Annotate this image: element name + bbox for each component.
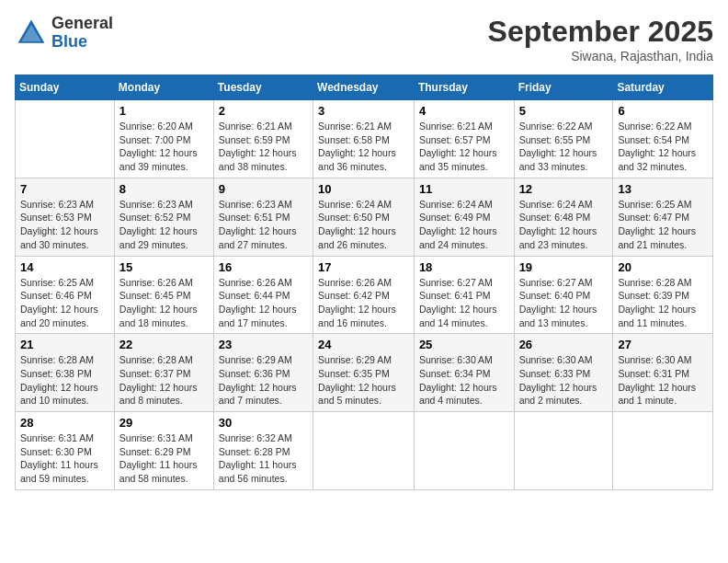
calendar-cell: 30Sunrise: 6:32 AM Sunset: 6:28 PM Dayli… bbox=[213, 412, 313, 490]
weekday-header: Friday bbox=[514, 75, 613, 100]
calendar-cell: 1Sunrise: 6:20 AM Sunset: 7:00 PM Daylig… bbox=[114, 100, 213, 178]
calendar-cell: 16Sunrise: 6:26 AM Sunset: 6:44 PM Dayli… bbox=[213, 256, 313, 334]
calendar-cell: 8Sunrise: 6:23 AM Sunset: 6:52 PM Daylig… bbox=[114, 178, 213, 256]
calendar-cell: 6Sunrise: 6:22 AM Sunset: 6:54 PM Daylig… bbox=[613, 100, 713, 178]
day-info: Sunrise: 6:28 AM Sunset: 6:39 PM Dayligh… bbox=[618, 276, 708, 330]
calendar-cell: 17Sunrise: 6:26 AM Sunset: 6:42 PM Dayli… bbox=[313, 256, 415, 334]
day-info: Sunrise: 6:32 AM Sunset: 6:28 PM Dayligh… bbox=[219, 431, 308, 486]
day-info: Sunrise: 6:23 AM Sunset: 6:51 PM Dayligh… bbox=[219, 198, 308, 252]
day-info: Sunrise: 6:31 AM Sunset: 6:29 PM Dayligh… bbox=[119, 431, 209, 486]
calendar-cell: 23Sunrise: 6:29 AM Sunset: 6:36 PM Dayli… bbox=[213, 334, 313, 412]
weekday-header: Tuesday bbox=[213, 75, 313, 100]
day-number: 17 bbox=[318, 260, 409, 274]
calendar-cell: 11Sunrise: 6:24 AM Sunset: 6:49 PM Dayli… bbox=[414, 178, 514, 256]
day-number: 11 bbox=[419, 182, 509, 196]
day-info: Sunrise: 6:27 AM Sunset: 6:41 PM Dayligh… bbox=[419, 276, 509, 330]
weekday-header: Wednesday bbox=[313, 75, 415, 100]
day-info: Sunrise: 6:30 AM Sunset: 6:34 PM Dayligh… bbox=[419, 353, 509, 408]
calendar-cell: 25Sunrise: 6:30 AM Sunset: 6:34 PM Dayli… bbox=[414, 334, 514, 412]
day-info: Sunrise: 6:21 AM Sunset: 6:58 PM Dayligh… bbox=[318, 120, 409, 174]
day-info: Sunrise: 6:27 AM Sunset: 6:40 PM Dayligh… bbox=[519, 276, 609, 330]
day-number: 5 bbox=[519, 104, 609, 118]
day-number: 4 bbox=[419, 104, 509, 118]
day-number: 28 bbox=[20, 416, 109, 430]
calendar-week-row: 7Sunrise: 6:23 AM Sunset: 6:53 PM Daylig… bbox=[16, 178, 713, 256]
calendar-week-row: 14Sunrise: 6:25 AM Sunset: 6:46 PM Dayli… bbox=[16, 256, 713, 334]
day-info: Sunrise: 6:23 AM Sunset: 6:52 PM Dayligh… bbox=[119, 198, 209, 252]
logo: General Blue bbox=[15, 15, 113, 52]
day-info: Sunrise: 6:24 AM Sunset: 6:49 PM Dayligh… bbox=[419, 198, 509, 252]
day-info: Sunrise: 6:31 AM Sunset: 6:30 PM Dayligh… bbox=[20, 431, 109, 486]
calendar-cell: 26Sunrise: 6:30 AM Sunset: 6:33 PM Dayli… bbox=[514, 334, 613, 412]
day-number: 22 bbox=[119, 338, 209, 351]
day-number: 23 bbox=[219, 338, 308, 351]
weekday-header: Thursday bbox=[414, 75, 514, 100]
calendar-cell: 5Sunrise: 6:22 AM Sunset: 6:55 PM Daylig… bbox=[514, 100, 613, 178]
day-number: 2 bbox=[219, 104, 308, 118]
day-info: Sunrise: 6:22 AM Sunset: 6:54 PM Dayligh… bbox=[618, 120, 708, 174]
day-info: Sunrise: 6:22 AM Sunset: 6:55 PM Dayligh… bbox=[519, 120, 609, 174]
logo-icon bbox=[15, 17, 48, 50]
day-number: 24 bbox=[318, 338, 409, 351]
day-info: Sunrise: 6:25 AM Sunset: 6:47 PM Dayligh… bbox=[618, 198, 708, 252]
calendar-cell: 12Sunrise: 6:24 AM Sunset: 6:48 PM Dayli… bbox=[514, 178, 613, 256]
page-header: General Blue September 2025 Siwana, Raja… bbox=[15, 15, 713, 63]
calendar-cell: 4Sunrise: 6:21 AM Sunset: 6:57 PM Daylig… bbox=[414, 100, 514, 178]
calendar-cell: 20Sunrise: 6:28 AM Sunset: 6:39 PM Dayli… bbox=[613, 256, 713, 334]
day-number: 6 bbox=[618, 104, 708, 118]
weekday-header: Sunday bbox=[16, 75, 115, 100]
day-number: 30 bbox=[219, 416, 308, 430]
calendar-cell: 14Sunrise: 6:25 AM Sunset: 6:46 PM Dayli… bbox=[16, 256, 115, 334]
calendar-week-row: 28Sunrise: 6:31 AM Sunset: 6:30 PM Dayli… bbox=[16, 412, 713, 490]
day-info: Sunrise: 6:28 AM Sunset: 6:38 PM Dayligh… bbox=[20, 353, 109, 408]
day-info: Sunrise: 6:21 AM Sunset: 6:59 PM Dayligh… bbox=[219, 120, 308, 174]
calendar-header-row: SundayMondayTuesdayWednesdayThursdayFrid… bbox=[16, 75, 713, 100]
month-title: September 2025 bbox=[488, 15, 713, 49]
day-info: Sunrise: 6:25 AM Sunset: 6:46 PM Dayligh… bbox=[20, 276, 109, 330]
calendar-cell: 29Sunrise: 6:31 AM Sunset: 6:29 PM Dayli… bbox=[114, 412, 213, 490]
calendar-table: SundayMondayTuesdayWednesdayThursdayFrid… bbox=[15, 75, 713, 490]
day-info: Sunrise: 6:23 AM Sunset: 6:53 PM Dayligh… bbox=[20, 198, 109, 252]
calendar-cell: 19Sunrise: 6:27 AM Sunset: 6:40 PM Dayli… bbox=[514, 256, 613, 334]
day-number: 12 bbox=[519, 182, 609, 196]
calendar-cell bbox=[514, 412, 613, 490]
day-number: 18 bbox=[419, 260, 509, 274]
day-number: 16 bbox=[219, 260, 308, 274]
day-info: Sunrise: 6:26 AM Sunset: 6:45 PM Dayligh… bbox=[119, 276, 209, 330]
day-info: Sunrise: 6:30 AM Sunset: 6:31 PM Dayligh… bbox=[618, 353, 708, 408]
calendar-cell: 22Sunrise: 6:28 AM Sunset: 6:37 PM Dayli… bbox=[114, 334, 213, 412]
day-number: 7 bbox=[20, 182, 109, 196]
calendar-cell: 7Sunrise: 6:23 AM Sunset: 6:53 PM Daylig… bbox=[16, 178, 115, 256]
day-number: 21 bbox=[20, 338, 109, 351]
calendar-cell bbox=[16, 100, 115, 178]
calendar-cell: 3Sunrise: 6:21 AM Sunset: 6:58 PM Daylig… bbox=[313, 100, 415, 178]
calendar-cell: 18Sunrise: 6:27 AM Sunset: 6:41 PM Dayli… bbox=[414, 256, 514, 334]
day-number: 19 bbox=[519, 260, 609, 274]
day-number: 15 bbox=[119, 260, 209, 274]
day-info: Sunrise: 6:30 AM Sunset: 6:33 PM Dayligh… bbox=[519, 353, 609, 408]
day-number: 25 bbox=[419, 338, 509, 351]
logo-text: General Blue bbox=[51, 15, 113, 52]
day-number: 26 bbox=[519, 338, 609, 351]
day-info: Sunrise: 6:21 AM Sunset: 6:57 PM Dayligh… bbox=[419, 120, 509, 174]
calendar-week-row: 1Sunrise: 6:20 AM Sunset: 7:00 PM Daylig… bbox=[16, 100, 713, 178]
logo-blue: Blue bbox=[51, 33, 113, 52]
day-info: Sunrise: 6:28 AM Sunset: 6:37 PM Dayligh… bbox=[119, 353, 209, 408]
day-number: 29 bbox=[119, 416, 209, 430]
day-number: 13 bbox=[618, 182, 708, 196]
calendar-cell: 28Sunrise: 6:31 AM Sunset: 6:30 PM Dayli… bbox=[16, 412, 115, 490]
calendar-cell: 13Sunrise: 6:25 AM Sunset: 6:47 PM Dayli… bbox=[613, 178, 713, 256]
day-info: Sunrise: 6:29 AM Sunset: 6:36 PM Dayligh… bbox=[219, 353, 308, 408]
calendar-cell: 10Sunrise: 6:24 AM Sunset: 6:50 PM Dayli… bbox=[313, 178, 415, 256]
calendar-cell: 21Sunrise: 6:28 AM Sunset: 6:38 PM Dayli… bbox=[16, 334, 115, 412]
day-number: 1 bbox=[119, 104, 209, 118]
calendar-cell bbox=[313, 412, 415, 490]
calendar-cell: 2Sunrise: 6:21 AM Sunset: 6:59 PM Daylig… bbox=[213, 100, 313, 178]
weekday-header: Monday bbox=[114, 75, 213, 100]
day-number: 20 bbox=[618, 260, 708, 274]
day-number: 8 bbox=[119, 182, 209, 196]
calendar-cell: 27Sunrise: 6:30 AM Sunset: 6:31 PM Dayli… bbox=[613, 334, 713, 412]
day-number: 9 bbox=[219, 182, 308, 196]
day-info: Sunrise: 6:20 AM Sunset: 7:00 PM Dayligh… bbox=[119, 120, 209, 174]
day-number: 3 bbox=[318, 104, 409, 118]
